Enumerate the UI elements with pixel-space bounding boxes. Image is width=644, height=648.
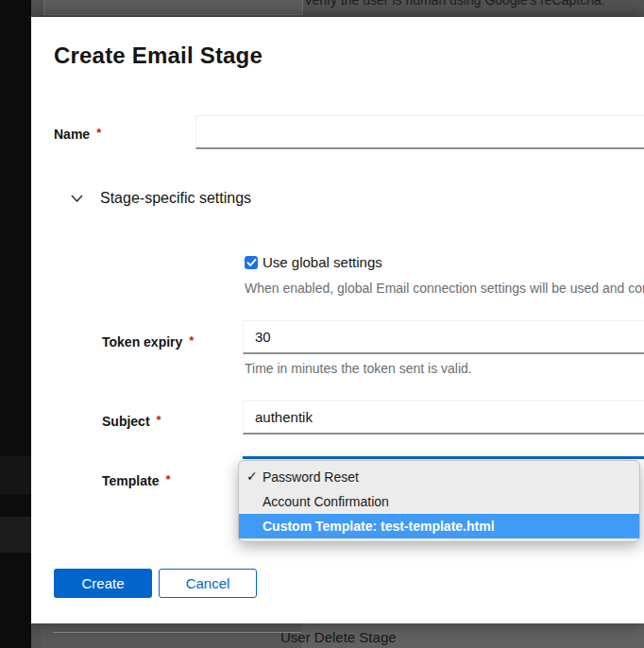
use-global-help-text: When enabled, global Email connection se… [245, 281, 644, 296]
sidebar-item [0, 456, 31, 494]
option-account-confirmation[interactable]: Account Confirmation [239, 489, 639, 514]
screen: Verify the user is human using Google's … [0, 0, 644, 648]
app-sidebar [0, 0, 31, 648]
required-asterisk: * [157, 413, 161, 427]
backdrop-table-cell [43, 0, 303, 15]
token-expiry-label: Token expiry* [102, 334, 194, 350]
token-expiry-help-text: Time in minutes the token sent is valid. [245, 361, 644, 376]
backdrop-row-stage-name: User Delete Stage [280, 629, 397, 645]
token-expiry-input[interactable] [243, 320, 644, 354]
backdrop-row-description: Verify the user is human using Google's … [304, 0, 605, 8]
subject-input[interactable] [243, 401, 644, 435]
checkbox-checked[interactable] [245, 256, 258, 269]
backdrop-row-divider [53, 632, 301, 633]
chevron-down-icon [71, 195, 83, 203]
check-icon [246, 258, 257, 267]
group-header-label: Stage-specific settings [100, 190, 251, 207]
backdrop-bottom-band: User Delete Stage [0, 623, 644, 648]
required-asterisk: * [96, 126, 101, 140]
sidebar-item [0, 517, 31, 553]
subject-label: Subject* [102, 414, 161, 429]
required-asterisk: * [165, 472, 170, 486]
use-global-settings-checkbox[interactable]: Use global settings [245, 254, 382, 270]
modal-title: Create Email Stage [54, 43, 263, 69]
name-input[interactable] [195, 115, 644, 149]
backdrop-table-cell [41, 623, 301, 648]
stage-settings-group-toggle[interactable]: Stage-specific settings [71, 190, 251, 207]
check-icon: ✓ [246, 469, 258, 484]
required-asterisk: * [189, 333, 194, 348]
template-select-popup: ✓ Password Reset Account Confirmation Cu… [238, 460, 640, 542]
create-button[interactable]: Create [54, 569, 152, 598]
option-custom-template[interactable]: Custom Template: test-template.html [239, 514, 639, 538]
template-label: Template* [102, 473, 171, 488]
backdrop-top-band: Verify the user is human using Google's … [31, 0, 644, 17]
name-label: Name* [54, 127, 101, 142]
cancel-button[interactable]: Cancel [159, 569, 257, 598]
option-password-reset[interactable]: ✓ Password Reset [239, 465, 639, 489]
checkbox-label: Use global settings [263, 254, 382, 270]
